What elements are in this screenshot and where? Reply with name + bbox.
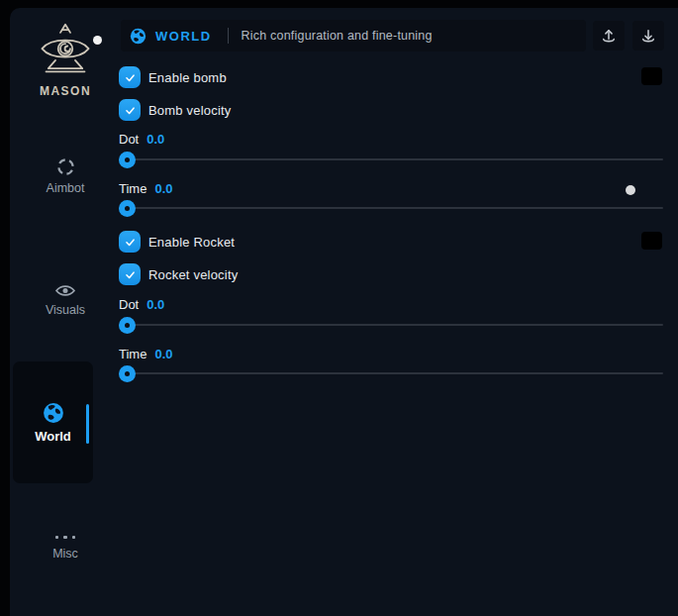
slider-value: 0.0 (154, 347, 172, 361)
checkbox-label: Bomb velocity (148, 103, 232, 118)
checkmark-icon (124, 236, 137, 249)
dots-icon (55, 534, 76, 542)
rocket-color-swatch[interactable] (641, 232, 662, 250)
rocket-time-slider[interactable] (119, 365, 663, 382)
eye-icon (55, 283, 75, 298)
slider-value: 0.0 (154, 181, 172, 196)
cursor-dot (626, 185, 635, 195)
bomb-velocity-row: Bomb velocity (119, 99, 232, 121)
sidebar-item-label: World (35, 429, 71, 444)
cursor-dot-secondary (93, 36, 102, 45)
enable-rocket-row: Enable Rocket (119, 231, 235, 253)
slider-name: Dot (119, 297, 139, 312)
bomb-dot-slider[interactable] (119, 152, 663, 168)
mod-menu-window: MASON Aimbot Visuals World (10, 8, 678, 616)
slider-handle[interactable] (119, 152, 136, 168)
enable-bomb-row: Enable bomb (119, 66, 227, 88)
enable-bomb-checkbox[interactable] (119, 66, 141, 88)
sidebar-item-label: Aimbot (47, 181, 85, 195)
slider-value: 0.0 (146, 132, 164, 147)
sidebar-item-world[interactable]: World (13, 361, 93, 483)
slider-track[interactable] (119, 372, 663, 374)
slider-handle[interactable] (119, 200, 136, 217)
slider-track[interactable] (119, 207, 663, 209)
download-config-button[interactable] (632, 21, 664, 51)
slider-handle[interactable] (119, 365, 136, 382)
enable-rocket-checkbox[interactable] (119, 231, 141, 253)
checkmark-icon (124, 268, 137, 281)
bomb-velocity-checkbox[interactable] (119, 99, 141, 121)
slider-track[interactable] (119, 158, 663, 160)
page-subtitle: Rich configuration and fine-tuning (242, 29, 433, 43)
bomb-time-slider[interactable] (119, 200, 663, 217)
active-tab-indicator (86, 404, 89, 444)
sidebar-item-misc[interactable]: Misc (10, 521, 121, 572)
rocket-dot-label: Dot 0.0 (119, 297, 164, 312)
checkmark-icon (124, 71, 137, 84)
mason-eye-logo-icon (37, 22, 94, 79)
slider-value: 0.0 (146, 297, 164, 312)
bomb-dot-label: Dot 0.0 (119, 132, 164, 147)
download-icon (639, 27, 657, 45)
bomb-time-label: Time 0.0 (119, 181, 172, 196)
sidebar: MASON Aimbot Visuals World (10, 8, 121, 616)
upload-icon (600, 27, 618, 45)
checkmark-icon (124, 104, 137, 117)
checkbox-label: Rocket velocity (148, 267, 238, 282)
sidebar-item-label: Misc (52, 547, 78, 561)
page-title: WORLD (155, 29, 212, 44)
rocket-time-label: Time 0.0 (119, 347, 172, 361)
page-header: WORLD Rich configuration and fine-tuning (121, 20, 586, 51)
rocket-dot-slider[interactable] (119, 317, 663, 334)
upload-config-button[interactable] (593, 21, 625, 51)
checkbox-label: Enable Rocket (148, 235, 235, 250)
sidebar-item-label: Visuals (46, 303, 85, 317)
rocket-velocity-checkbox[interactable] (119, 263, 141, 285)
slider-handle[interactable] (119, 317, 136, 334)
slider-name: Dot (119, 132, 139, 147)
sidebar-item-visuals[interactable]: Visuals (10, 274, 121, 326)
logo: MASON (10, 22, 121, 98)
globe-icon (43, 402, 64, 424)
sidebar-item-aimbot[interactable]: Aimbot (10, 151, 121, 202)
header-divider (228, 28, 229, 44)
slider-name: Time (119, 181, 146, 196)
crosshair-icon (56, 157, 75, 176)
slider-name: Time (119, 347, 146, 361)
checkbox-label: Enable bomb (148, 70, 227, 85)
globe-icon (130, 28, 146, 45)
logo-text: MASON (10, 84, 121, 98)
bomb-color-swatch[interactable] (641, 67, 662, 85)
slider-track[interactable] (119, 324, 663, 326)
rocket-velocity-row: Rocket velocity (119, 263, 238, 285)
